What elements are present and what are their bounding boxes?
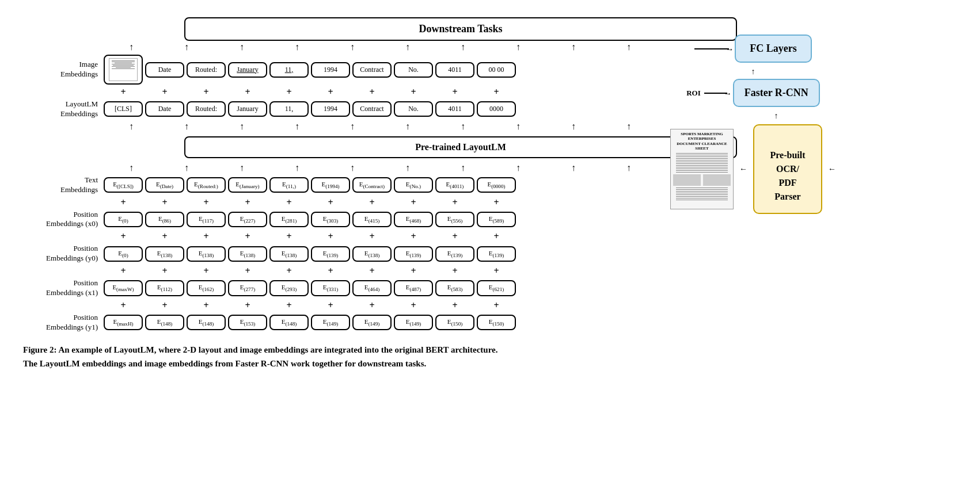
posy1-token-0: E(maxH) xyxy=(104,315,143,330)
posy1-token-2: E(148) xyxy=(187,315,226,330)
arrowlm-2: ↑ xyxy=(214,120,269,133)
plus-4: + xyxy=(269,87,309,97)
arrowdown-2: ↑ xyxy=(214,162,269,174)
plus4-0: + xyxy=(104,266,143,276)
text-embeddings-label: TextEmbeddings xyxy=(23,175,104,195)
posy0-token-1: E(138) xyxy=(145,246,184,262)
image-token-8: 4011 xyxy=(435,62,474,78)
arrow-up-3: ↑ xyxy=(269,41,325,53)
arrow-up-7: ↑ xyxy=(491,41,546,53)
pos-x0-tokens: E(0) E(86) E(117) E(227) E(281) E(303) E… xyxy=(104,212,516,227)
plus-row-2: + + + + + + + + + + xyxy=(23,197,656,208)
posx1-token-6: E(464) xyxy=(352,280,392,296)
plus2-2: + xyxy=(187,197,226,208)
plus4-3: + xyxy=(228,266,267,276)
arrow-ocr-to-doc: ← xyxy=(739,165,747,174)
plus2-3: + xyxy=(228,197,267,208)
image-token-7: No. xyxy=(394,62,433,78)
plus-row-5: + + + + + + + + + + xyxy=(23,300,656,311)
plus-9: + xyxy=(477,87,516,97)
plus3-9: + xyxy=(477,231,516,242)
posy1-token-1: E(148) xyxy=(145,315,184,330)
posx0-token-2: E(117) xyxy=(187,212,226,227)
plus4-4: + xyxy=(269,266,309,276)
posx0-token-0: E(0) xyxy=(104,212,143,227)
arrow-up-4: ↑ xyxy=(325,41,380,53)
arrow-up-0: ↑ xyxy=(104,41,159,53)
plus5-6: + xyxy=(352,300,392,311)
pos-y0-row: PositionEmbeddings (y0) E(0) E(138) E(13… xyxy=(23,244,656,263)
layoutlm-token-5: 1994 xyxy=(311,101,350,117)
caption-line2: The LayoutLM embeddings and image embedd… xyxy=(23,357,497,370)
arrowlm-8: ↑ xyxy=(546,120,601,133)
layoutlm-token-9: 0000 xyxy=(477,101,516,117)
posy0-token-0: E(0) xyxy=(104,246,143,262)
pos-y1-tokens: E(maxH) E(148) E(148) E(153) E(148) E(14… xyxy=(104,315,516,330)
posx0-token-8: E(556) xyxy=(435,212,474,227)
downstream-tasks-label: Downstream Tasks xyxy=(419,23,502,35)
arrow-up-1: ↑ xyxy=(159,41,214,53)
posx1-token-8: E(583) xyxy=(435,280,474,296)
posx1-token-1: E(112) xyxy=(145,280,184,296)
image-tokens: Date Routed: January 11, 1994 Contract N… xyxy=(104,55,516,85)
plus-6: + xyxy=(352,87,392,97)
plus-3: + xyxy=(228,87,267,97)
roi-label: ROI xyxy=(686,89,701,98)
arrows-down-layoutlm: ↑ ↑ ↑ ↑ ↑ ↑ ↑ ↑ ↑ ↑ xyxy=(104,162,656,174)
posy0-token-9: E(139) xyxy=(477,246,516,262)
text-token-6: E(Contract) xyxy=(352,177,392,193)
layoutlm-tokens: [CLS] Date Routed: January 11, 1994 Cont… xyxy=(104,101,516,117)
posy0-token-7: E(139) xyxy=(394,246,433,262)
center-column: Downstream Tasks ↑ ↑ ↑ ↑ ↑ ↑ ↑ ↑ ↑ ↑ Ima… xyxy=(23,17,656,334)
caption: Figure 2: An example of LayoutLM, where … xyxy=(23,343,497,370)
plus-1: + xyxy=(145,87,184,97)
plus3-5: + xyxy=(311,231,350,242)
arrow-up-8: ↑ xyxy=(546,41,601,53)
posy0-token-3: E(138) xyxy=(228,246,267,262)
plus2-7: + xyxy=(394,197,433,208)
arrow-ocr-right: ← xyxy=(828,165,836,174)
diagram-container: Downstream Tasks ↑ ↑ ↑ ↑ ↑ ↑ ↑ ↑ ↑ ↑ Ima… xyxy=(12,12,968,376)
arrowlm-0: ↑ xyxy=(104,120,159,133)
layoutlm-token-1: Date xyxy=(145,101,184,117)
plus5-7: + xyxy=(394,300,433,311)
arrowdown-7: ↑ xyxy=(491,162,546,174)
plus5-1: + xyxy=(145,300,184,311)
text-token-9: E(0000) xyxy=(477,177,516,193)
posx0-token-9: E(589) xyxy=(477,212,516,227)
posy1-token-4: E(148) xyxy=(269,315,309,330)
arrowdown-4: ↑ xyxy=(325,162,380,174)
plus3-6: + xyxy=(352,231,392,242)
pretrained-layoutlm-label: Pre-trained LayoutLM xyxy=(415,142,506,152)
arrowlm-5: ↑ xyxy=(380,120,435,133)
text-token-0: E([CLS]) xyxy=(104,177,143,193)
plus3-4: + xyxy=(269,231,309,242)
arrow-up-5: ↑ xyxy=(380,41,435,53)
arrows-to-downstream: ↑ ↑ ↑ ↑ ↑ ↑ ↑ ↑ ↑ ↑ xyxy=(104,41,656,53)
pretrained-layoutlm-box: Pre-trained LayoutLM xyxy=(184,136,737,158)
plus-0: + xyxy=(104,87,143,97)
plus4-8: + xyxy=(435,266,474,276)
image-token-2: Routed: xyxy=(187,62,226,78)
image-token-0 xyxy=(104,55,143,85)
arrow-doc-to-rcnn: ↑ xyxy=(774,112,778,121)
plus2-4: + xyxy=(269,197,309,208)
text-token-5: E(1994) xyxy=(311,177,350,193)
ocr-parser-box: Pre-built OCR/ PDF Parser xyxy=(753,124,822,214)
plus4-2: + xyxy=(187,266,226,276)
arrow-up-9: ↑ xyxy=(601,41,656,53)
plus3-3: + xyxy=(228,231,267,242)
ocr-parser-label: Pre-built OCR/ PDF Parser xyxy=(770,150,805,201)
arrow-fc-to-rcnn: ↑ xyxy=(751,67,755,77)
fc-layers-box: FC Layers xyxy=(735,35,811,63)
plus5-2: + xyxy=(187,300,226,311)
posx0-token-3: E(227) xyxy=(228,212,267,227)
plus2-0: + xyxy=(104,197,143,208)
plus2-5: + xyxy=(311,197,350,208)
posy0-token-8: E(139) xyxy=(435,246,474,262)
image-token-9: 00 00 xyxy=(477,62,516,78)
posy0-token-4: E(138) xyxy=(269,246,309,262)
layoutlm-token-8: 4011 xyxy=(435,101,474,117)
layoutlm-token-4: 11, xyxy=(269,101,309,117)
layoutlm-token-7: No. xyxy=(394,101,433,117)
